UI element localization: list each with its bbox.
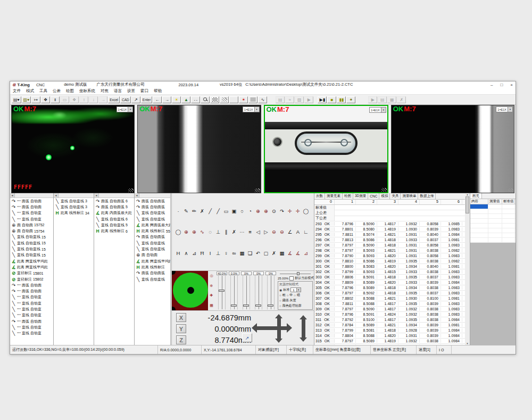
geometry-tool-icon[interactable]: A xyxy=(294,228,302,235)
geometry-tool-icon[interactable]: ⊕ xyxy=(182,228,190,235)
measure-item[interactable]: H距离线性标注34 xyxy=(54,210,94,216)
image-view-button[interactable]: ▲ xyxy=(181,96,190,103)
slider-track[interactable] xyxy=(267,276,275,309)
selected-cell[interactable] xyxy=(470,204,488,209)
measure-item[interactable]: ∡距离两圆弧最大距 xyxy=(135,222,170,228)
tab-8[interactable]: 数据上传 xyxy=(418,193,436,199)
geometry-tool-icon[interactable]: ◔ xyxy=(246,208,254,215)
tab-1[interactable]: 测量元素 xyxy=(325,193,343,199)
measure-item[interactable]: H距离线性标注6 xyxy=(94,228,134,234)
excel-export-button[interactable]: Excel xyxy=(108,96,120,103)
geometry-tool-icon[interactable]: ✗ xyxy=(198,208,206,215)
measure-item[interactable]: ╲直线自动直线 xyxy=(135,276,170,282)
menu-item-6[interactable]: 对焦 xyxy=(98,88,111,94)
geometry-tool-icon[interactable]: ↶ xyxy=(254,250,262,257)
ring-light-indicator[interactable] xyxy=(172,271,208,310)
camera2-resize-grip[interactable] xyxy=(255,188,260,192)
radio-icon[interactable]: ○ xyxy=(287,294,289,297)
measure-item[interactable]: ╲直线自动直线15 xyxy=(10,234,53,240)
geometry-tool-icon[interactable]: ▦ xyxy=(238,250,246,257)
chevron-down-icon[interactable]: ▼ xyxy=(254,107,259,112)
geometry-tool-icon[interactable]: · xyxy=(174,208,182,215)
slider-thumb[interactable] xyxy=(268,304,273,307)
geometry-tool-icon[interactable]: ∥ xyxy=(222,228,230,235)
save-3-button[interactable]: ▤ xyxy=(378,96,387,103)
list-mini-scrollbar[interactable]: ◄ xyxy=(54,193,94,198)
slider-track[interactable] xyxy=(218,276,226,309)
chevron-down-icon[interactable]: ▼ xyxy=(128,107,132,112)
measure-item[interactable]: ⊘直径标注15802 xyxy=(10,276,53,282)
slider-track[interactable] xyxy=(255,276,262,309)
element-cell[interactable] xyxy=(502,209,515,213)
table-row[interactable]: 294OK7.88018.50801.48191.09300.80391.098… xyxy=(314,227,465,232)
tab-0[interactable]: 次数 xyxy=(314,193,325,199)
element-cell[interactable] xyxy=(470,224,488,228)
geometry-tool-icon[interactable]: ◌ xyxy=(206,228,214,235)
table-row[interactable]: 300OK7.88108.50861.48191.09350.80381.098… xyxy=(314,259,465,264)
geometry-tool-icon[interactable]: ✛ xyxy=(294,208,302,215)
geometry-tool-icon[interactable]: ⊥ xyxy=(214,228,222,235)
measure-item[interactable]: ↷圆弧自动圆弧 xyxy=(135,198,170,204)
save-button[interactable]: ▤▾ xyxy=(12,96,21,103)
table-row[interactable]: 304OK7.88098.50891.48201.09330.80391.098… xyxy=(314,280,465,285)
measure-item[interactable]: ╲直线自动直线 xyxy=(135,246,170,252)
chevron-down-icon[interactable]: ▼ xyxy=(381,108,386,112)
table-row[interactable]: 314OK7.88048.50881.48201.09310.80391.098… xyxy=(314,333,465,339)
caliper-tool-button[interactable]: ‖ xyxy=(51,96,60,103)
measure-item[interactable]: ↷圆弧自动圆弧6 xyxy=(94,198,134,204)
camera2-lens-combo[interactable]: 1=E1X▼ xyxy=(243,106,260,112)
measure-item[interactable]: ╲***直线自动直 xyxy=(10,331,53,336)
disabled-updown-button[interactable]: ↕ xyxy=(79,96,88,103)
pattern-lines-button[interactable] xyxy=(248,96,257,103)
table-row[interactable]: 293OK7.87968.50901.48171.09320.80581.098… xyxy=(314,221,465,227)
star-button[interactable]: ✶ xyxy=(239,96,248,103)
slider-track[interactable] xyxy=(243,276,250,309)
geometry-tool-icon[interactable]: ≡ xyxy=(246,228,254,235)
geometry-tool-icon[interactable]: ∧ xyxy=(182,250,190,257)
table-row[interactable]: 301OK7.88008.50831.48201.09340.80401.098… xyxy=(314,264,465,269)
table-row[interactable]: 308OK7.88118.50881.48171.09350.80391.098… xyxy=(314,301,465,307)
camera1-lens-combo[interactable]: 1=E1X▼ xyxy=(117,106,134,112)
menu-item-1[interactable]: 模式 xyxy=(23,88,37,94)
slider-thumb[interactable] xyxy=(243,304,249,307)
table-row[interactable]: 310OK7.87968.50911.48241.09320.80381.098… xyxy=(314,312,465,317)
menu-item-9[interactable]: 窗口 xyxy=(138,88,151,94)
element-cell[interactable] xyxy=(470,228,488,233)
element-cell[interactable] xyxy=(502,238,515,242)
tool-run-button[interactable]: ✦ xyxy=(346,96,355,103)
close-button[interactable]: × xyxy=(510,83,513,87)
element-row[interactable] xyxy=(470,238,516,243)
element-cell[interactable] xyxy=(502,204,515,209)
camera-view-1[interactable]: OKM:7 1=E1X▼ FFFFF xyxy=(11,105,135,193)
jog-down-arrow[interactable] xyxy=(275,339,282,343)
radio-icon[interactable]: ○ xyxy=(279,294,281,297)
geometry-tool-icon[interactable]: ▷ xyxy=(262,228,270,235)
element-cell[interactable] xyxy=(488,224,502,228)
measure-item[interactable]: ╲***直线自动直 xyxy=(10,216,53,222)
measure-item[interactable]: ∡距离两直线平均距 xyxy=(10,258,53,264)
open-2-button[interactable]: ▨ xyxy=(295,96,304,103)
menu-item-4[interactable]: 绘图 xyxy=(63,88,77,94)
tab-2[interactable]: 绘图 xyxy=(343,193,353,199)
play-2-button[interactable]: ▶ xyxy=(368,96,377,103)
geometry-tool-icon[interactable]: ∟ xyxy=(302,228,310,235)
geometry-tool-icon[interactable]: ⊿ xyxy=(302,250,310,257)
measure-item[interactable]: ╲直线自动直线15 xyxy=(10,240,53,246)
geometry-tool-icon[interactable]: ◯ xyxy=(174,228,182,235)
measure-item[interactable]: ╲***直线自动直 xyxy=(10,294,53,300)
geometry-tool-icon[interactable]: ∠ xyxy=(286,228,294,235)
slider-thumb[interactable] xyxy=(255,304,261,307)
measure-item[interactable]: ╲***直线自动直 xyxy=(10,306,53,312)
tab-5[interactable]: 模拟 xyxy=(379,193,390,199)
camera4-lens-combo[interactable]: 1=E1X▼ xyxy=(496,106,513,112)
geometry-tool-icon[interactable]: ▭ xyxy=(222,208,230,215)
measure-item[interactable]: ↷***圆弧自动圆 xyxy=(10,318,53,324)
stop-button[interactable]: ■ xyxy=(327,96,336,103)
table-row[interactable]: 297OK7.87978.50901.48181.09310.80581.098… xyxy=(314,243,465,248)
geometry-tool-icon[interactable]: H xyxy=(174,250,182,257)
blank-button[interactable] xyxy=(229,96,238,103)
element-cell[interactable] xyxy=(470,219,488,223)
geometry-tool-icon[interactable]: ▦ xyxy=(278,250,286,257)
brightness-slider[interactable] xyxy=(280,271,311,276)
geometry-tool-icon[interactable]: ⋯ xyxy=(238,228,246,235)
